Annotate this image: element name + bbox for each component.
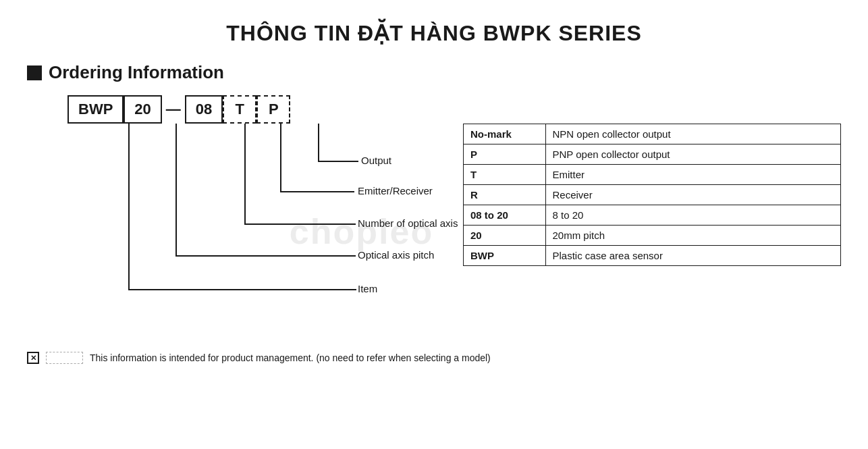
diagram-area: chopleo Output Emitter/Receiver Number o…	[67, 124, 841, 340]
info-table: No-mark NPN open collector output P PNP …	[463, 124, 841, 266]
vline-08	[244, 124, 246, 223]
hline-optical	[244, 223, 356, 225]
label-output: Output	[361, 155, 391, 166]
code-08: 08	[185, 95, 223, 124]
label-item: Item	[358, 283, 377, 294]
table-value: 8 to 20	[545, 205, 840, 226]
section-icon	[27, 65, 42, 80]
footer-icon: ✕	[27, 352, 39, 364]
table-value: PNP open collector output	[545, 144, 840, 165]
code-row: BWP 20 — 08 T P	[67, 95, 841, 124]
hline-item	[128, 289, 356, 290]
table-row: P PNP open collector output	[464, 144, 841, 165]
table-key: 08 to 20	[464, 205, 546, 226]
label-optical-axis: Number of optical axis	[358, 217, 458, 229]
table-row: No-mark NPN open collector output	[464, 124, 841, 144]
table-key: BWP	[464, 246, 546, 266]
label-pitch: Optical axis pitch	[358, 249, 434, 261]
hline-output	[318, 161, 358, 162]
table-key: R	[464, 185, 546, 205]
code-20: 20	[124, 95, 161, 124]
table-value: Plastic case area sensor	[545, 246, 840, 266]
label-emitter: Emitter/Receiver	[358, 185, 433, 196]
vline-t	[280, 124, 281, 191]
vline-20	[175, 124, 177, 255]
code-bwp: BWP	[67, 95, 124, 124]
code-dash: —	[162, 101, 185, 118]
vline-bwp	[128, 124, 130, 289]
section-title: Ordering Information	[49, 62, 224, 83]
table-value: 20mm pitch	[545, 226, 840, 246]
table-value: NPN open collector output	[545, 124, 840, 144]
table-key: P	[464, 144, 546, 165]
table-value: Receiver	[545, 185, 840, 205]
section-header: Ordering Information	[27, 62, 841, 83]
table-value: Emitter	[545, 165, 840, 185]
footer-note: ✕ This information is intended for produ…	[27, 352, 841, 364]
table-row: 08 to 20 8 to 20	[464, 205, 841, 226]
table-key: T	[464, 165, 546, 185]
table-key: No-mark	[464, 124, 546, 144]
hline-emitter	[280, 191, 354, 192]
table-row: 20 20mm pitch	[464, 226, 841, 246]
vline-p	[318, 124, 319, 161]
table-row: T Emitter	[464, 165, 841, 185]
footer-text: This information is intended for product…	[90, 352, 491, 363]
table-row: R Receiver	[464, 185, 841, 205]
code-p: P	[256, 95, 290, 124]
page-title: THÔNG TIN ĐẶT HÀNG BWPK SERIES	[27, 20, 841, 46]
code-t: T	[223, 95, 256, 124]
table-key: 20	[464, 226, 546, 246]
footer-rect	[46, 352, 83, 364]
table-row: BWP Plastic case area sensor	[464, 246, 841, 266]
hline-pitch	[175, 255, 356, 257]
